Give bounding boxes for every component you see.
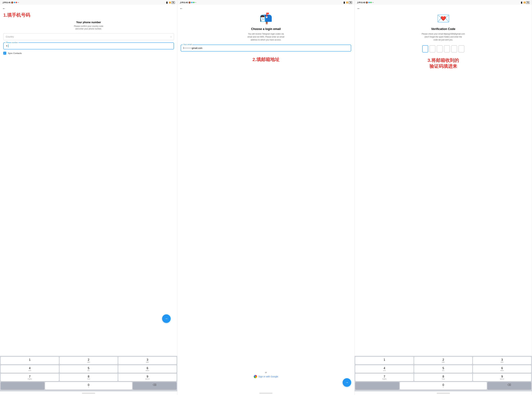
phone-cursor xyxy=(8,44,8,47)
status-dot-green2 xyxy=(193,2,194,3)
phone-field[interactable]: Phone number + xyxy=(3,43,174,49)
key-7[interactable]: 7PQRS xyxy=(1,374,59,381)
verification-code-boxes xyxy=(422,45,464,53)
status-time-1: 上午11:41 🔕 ··· xyxy=(2,1,19,4)
nav-bar-2: ← xyxy=(177,5,355,12)
email-input-field[interactable]: Your email l••••••••••gmail.com xyxy=(181,45,351,51)
google-signin-label: Sign in with Google xyxy=(258,375,278,378)
key-3-8[interactable]: 8TUV xyxy=(414,374,472,381)
key-row-3-1: 1 2ABC 3DEF xyxy=(355,357,531,364)
keyboard-3: 1 2ABC 3DEF 4GHI 5JKL 6MNO 7PQRS 8TUV 9W… xyxy=(355,356,532,391)
nav-bar-3: ← xyxy=(355,5,532,12)
screen-2: 上午11:42 🔕 ··· ▐▌ 📶 76 ← 📬 Choose a login… xyxy=(177,0,355,395)
status-time-3: 上午11:42 🔕 ··· xyxy=(357,1,374,4)
google-signin-button[interactable]: Sign in with Google xyxy=(254,375,278,378)
key-1[interactable]: 1 xyxy=(1,357,59,364)
email-field-label: Your email xyxy=(183,44,193,45)
status-bar-1: 上午11:41 🔕 ··· ▐▌ 📶 76 xyxy=(0,0,177,5)
key-row-2: 4GHI 5JKL 6MNO xyxy=(1,365,177,373)
code-box-3[interactable] xyxy=(437,45,443,53)
google-signin-section: or Sign in with Google xyxy=(181,371,351,391)
key-6[interactable]: 6MNO xyxy=(118,365,177,373)
key-3-blank xyxy=(355,382,399,390)
country-placeholder: Country xyxy=(6,35,14,38)
status-time-2: 上午11:42 🔕 ··· xyxy=(180,1,196,4)
step-label-1: 1.填手机号码 xyxy=(3,12,174,18)
back-button-1[interactable]: ← xyxy=(2,6,7,11)
email-value: l••••••••••gmail.com xyxy=(183,47,202,49)
step-label-2: 2.填邮箱地址 xyxy=(252,56,279,63)
screen-3: 上午11:42 🔕 ··· ▐▌ 📶 76 ← 💌 Verification C… xyxy=(355,0,532,395)
keyboard-1: 1 2ABC 3DEF 4GHI 5JKL 6MNO 7PQRS 8TUV 9W… xyxy=(0,356,177,391)
phone-plus: + xyxy=(6,44,7,47)
status-dot-red xyxy=(16,2,17,3)
code-box-5[interactable] xyxy=(451,45,457,53)
love-letter-icon: 💌 xyxy=(437,12,450,25)
status-icons-3: ▐▌ 📶 76 xyxy=(521,1,530,4)
key-9[interactable]: 9WXYZ xyxy=(118,374,177,381)
key-5[interactable]: 5JKL xyxy=(60,365,118,373)
code-box-4[interactable] xyxy=(444,45,450,53)
key-3-5[interactable]: 5JKL xyxy=(414,365,472,373)
status-dot-blue xyxy=(14,2,15,3)
key-2[interactable]: 2ABC xyxy=(60,357,118,364)
arrow-right-icon-1: → xyxy=(165,317,168,321)
key-3[interactable]: 3DEF xyxy=(118,357,177,364)
key-3-2[interactable]: 2ABC xyxy=(414,357,472,364)
status-dot-blue3 xyxy=(369,2,370,3)
step-label-3: 3.将邮箱收到的验证码填进来 xyxy=(428,57,459,69)
sync-checkbox[interactable] xyxy=(3,52,6,55)
key-3-7[interactable]: 7PQRS xyxy=(355,374,413,381)
chevron-right-icon: › xyxy=(171,35,171,38)
key-3-6[interactable]: 6MNO xyxy=(473,365,531,373)
next-fab-1[interactable]: → xyxy=(162,314,171,323)
key-row-1: 1 2ABC 3DEF xyxy=(1,357,177,364)
form-title-1: Your phone number xyxy=(3,21,174,24)
screen2-content: 📬 Choose a login email You will receive … xyxy=(177,12,355,391)
code-box-6[interactable] xyxy=(458,45,464,53)
screen-1: 上午11:41 🔕 ··· ▐▌ 📶 76 ← 1.填手机号码 Your pho… xyxy=(0,0,177,395)
key-3-9[interactable]: 9WXYZ xyxy=(473,374,531,381)
key-3-backspace[interactable]: ⌫ xyxy=(487,382,531,390)
code-box-2[interactable] xyxy=(429,45,435,53)
key-4[interactable]: 4GHI xyxy=(1,365,59,373)
phone-label: Phone number xyxy=(5,41,18,44)
screen2-title: Choose a login email xyxy=(251,27,281,31)
key-3-3[interactable]: 3DEF xyxy=(473,357,531,364)
key-3-1[interactable]: 1 xyxy=(355,357,413,364)
status-bar-3: 上午11:42 🔕 ··· ▐▌ 📶 76 xyxy=(355,0,532,5)
key-row-3-3: 7PQRS 8TUV 9WXYZ xyxy=(355,374,531,381)
status-dot-green3 xyxy=(370,2,372,3)
country-field[interactable]: Country › xyxy=(3,33,174,40)
key-backspace[interactable]: ⌫ xyxy=(133,382,177,390)
status-icons-2: ▐▌ 📶 76 xyxy=(343,1,352,4)
bottom-bar-1 xyxy=(0,391,177,395)
status-bar-2: 上午11:42 🔕 ··· ▐▌ 📶 76 xyxy=(177,0,355,5)
key-8[interactable]: 8TUV xyxy=(60,374,118,381)
key-3-0[interactable]: 0+ xyxy=(400,382,487,390)
key-row-4: 0+ ⌫ xyxy=(1,382,177,390)
home-indicator-2 xyxy=(259,393,272,394)
sync-row: Sync Contacts xyxy=(3,52,174,55)
screen3-subtitle: Please check your email lilijiang1506@gm… xyxy=(422,33,465,41)
screen3-content: 💌 Verification Code Please check your em… xyxy=(355,12,532,356)
code-box-1[interactable] xyxy=(422,45,428,53)
key-row-3: 7PQRS 8TUV 9WXYZ xyxy=(1,374,177,381)
google-logo-icon xyxy=(254,375,257,378)
key-blank xyxy=(1,382,44,390)
home-indicator-3 xyxy=(437,393,450,394)
key-row-3-2: 4GHI 5JKL 6MNO xyxy=(355,365,531,373)
next-fab-2[interactable]: → xyxy=(343,378,351,387)
screen3-title: Verification Code xyxy=(431,27,455,31)
bottom-bar-2 xyxy=(177,391,355,395)
back-button-3[interactable]: ← xyxy=(357,6,362,11)
home-indicator-1 xyxy=(82,393,95,394)
status-icons-1: ▐▌ 📶 76 xyxy=(166,1,175,4)
arrow-right-icon-2: → xyxy=(345,380,349,385)
sync-label: Sync Contacts xyxy=(8,52,22,55)
mailbox-icon: 📬 xyxy=(259,12,272,25)
back-button-2[interactable]: ← xyxy=(180,6,184,11)
key-3-4[interactable]: 4GHI xyxy=(355,365,413,373)
key-row-3-4: 0+ ⌫ xyxy=(355,382,531,390)
key-0[interactable]: 0+ xyxy=(45,382,132,390)
